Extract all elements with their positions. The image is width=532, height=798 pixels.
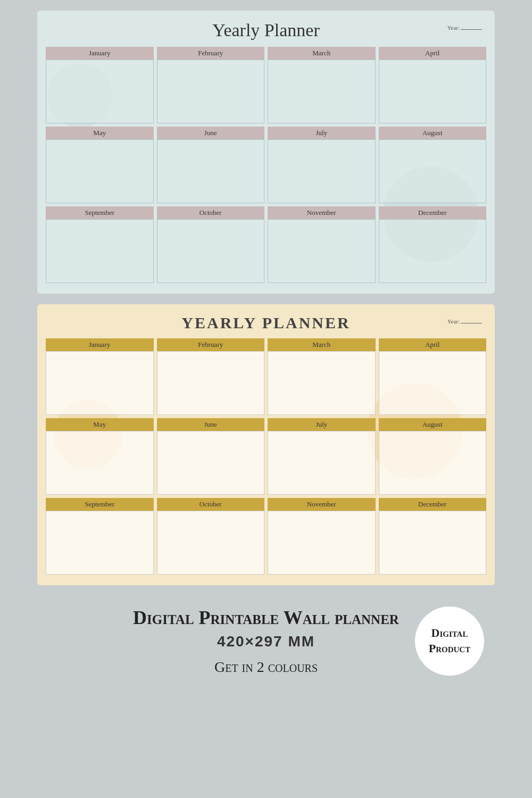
month-body [46,139,154,203]
month-header: April [379,47,487,60]
month-box-blue-december: December [379,206,487,283]
bottom-section: Digital Printable Wall planner 420×297 m… [37,596,495,681]
month-box-yellow-september: September [46,498,154,575]
month-box-yellow-april: April [379,338,487,415]
month-box-yellow-november: November [268,498,376,575]
month-box-blue-november: November [268,206,376,283]
month-body [268,351,376,415]
month-body [379,431,487,495]
year-field-yellow: Year: [447,318,482,325]
month-box-yellow-december: December [379,498,487,575]
month-body [46,511,154,575]
month-box-blue-march: March [268,47,376,123]
month-body [157,431,265,495]
month-body [157,60,265,123]
month-header: July [268,127,376,139]
month-box-blue-june: June [157,127,265,203]
month-body [268,511,376,575]
month-header: January [46,47,154,60]
month-box-yellow-october: October [157,498,265,575]
month-header: April [379,338,487,351]
month-body [46,60,154,123]
month-header: June [157,418,265,431]
month-body [157,139,265,203]
month-body [379,351,487,415]
month-box-blue-october: October [157,206,265,283]
month-header: November [268,206,376,219]
month-box-yellow-august: August [379,418,487,495]
month-header: September [46,206,154,219]
month-box-yellow-january: January [46,338,154,415]
month-box-blue-july: July [268,127,376,203]
month-header: March [268,47,376,60]
month-body [268,431,376,495]
month-box-blue-september: September [46,206,154,283]
month-body [268,139,376,203]
month-header: August [379,127,487,139]
month-box-blue-april: April [379,47,487,123]
month-body [268,219,376,283]
months-grid-blue: January February March April May June Ju… [46,47,486,283]
month-body [46,431,154,495]
month-box-blue-august: August [379,127,487,203]
month-body [379,219,487,283]
month-body [46,219,154,283]
month-body [379,60,487,123]
planner-card-blue: Yearly Planner Year: January February Ma… [37,11,495,294]
month-box-yellow-may: May [46,418,154,495]
month-body [379,139,487,203]
month-body [157,351,265,415]
month-body [157,511,265,575]
month-header: October [157,498,265,511]
month-header: December [379,206,487,219]
month-box-yellow-march: March [268,338,376,415]
month-header: February [157,47,265,60]
month-box-yellow-february: February [157,338,265,415]
digital-badge: DigitalProduct [415,606,484,676]
month-header: November [268,498,376,511]
planner-card-yellow: YEARLY PLANNER Year: January February Ma… [37,304,495,585]
month-header: March [268,338,376,351]
planner-header-blue: Yearly Planner Year: [46,20,486,40]
month-header: May [46,127,154,139]
planner-header-yellow: YEARLY PLANNER Year: [46,314,486,332]
month-header: October [157,206,265,219]
month-body [379,511,487,575]
month-body [46,351,154,415]
month-box-yellow-july: July [268,418,376,495]
months-grid-yellow: January February March April May June Ju… [46,338,486,575]
month-header: May [46,418,154,431]
planner-title-yellow: YEARLY PLANNER [46,314,486,332]
month-box-blue-january: January [46,47,154,123]
month-box-blue-february: February [157,47,265,123]
month-body [157,219,265,283]
month-box-yellow-june: June [157,418,265,495]
planner-title-blue: Yearly Planner [46,20,486,40]
month-header: September [46,498,154,511]
month-header: June [157,127,265,139]
month-header: August [379,418,487,431]
month-body [268,60,376,123]
month-header: February [157,338,265,351]
month-box-blue-may: May [46,127,154,203]
year-field-blue: Year: [447,24,482,31]
month-header: December [379,498,487,511]
month-header: July [268,418,376,431]
month-header: January [46,338,154,351]
